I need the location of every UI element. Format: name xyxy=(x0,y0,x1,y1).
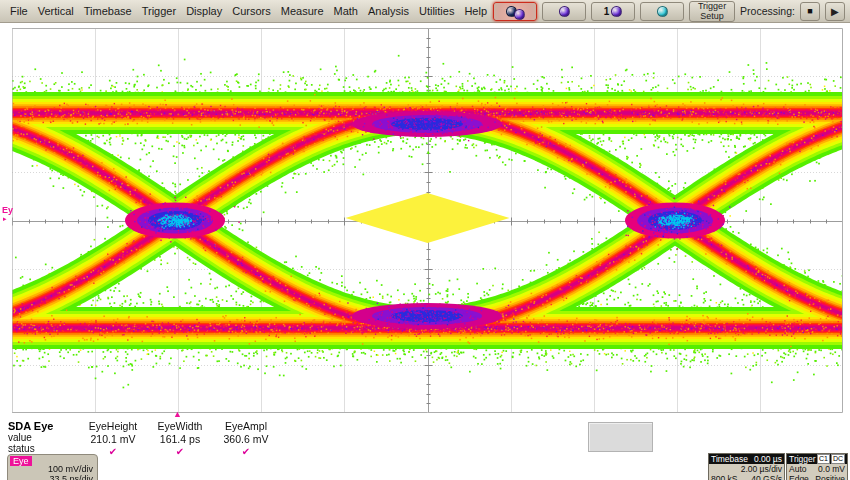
measure-name: EyeWidth xyxy=(145,420,215,432)
eye-channel-chip: Eye xyxy=(10,456,32,466)
menu-item-utilities[interactable]: Utilities xyxy=(415,5,458,17)
menu-item-timebase[interactable]: Timebase xyxy=(80,5,136,17)
trigger-mode: Auto xyxy=(789,464,807,474)
eye-trace-offset-marker-icon[interactable]: ▸ xyxy=(3,215,7,222)
menu-item-cursors[interactable]: Cursors xyxy=(228,5,275,17)
trigger-setup-label-line2: Setup xyxy=(700,11,724,21)
measure-column-eyeampl: EyeAmpl 360.6 mV ✔ xyxy=(211,420,281,457)
trigger-slope: Positive xyxy=(815,474,845,480)
eye-horizontal-scale: 33.5 ps/div xyxy=(49,474,93,480)
menu-item-analysis[interactable]: Analysis xyxy=(364,5,413,17)
trigger-badges: C1 DC xyxy=(817,454,845,464)
measure-column-eyewidth: EyeWidth 161.4 ps ✔ xyxy=(145,420,215,457)
timebase-title: Timebase xyxy=(711,454,748,464)
timebase-record-length: 800 kS xyxy=(711,474,737,480)
stop-button[interactable]: ■ xyxy=(800,2,820,21)
play-button[interactable]: ▶ xyxy=(825,2,845,21)
probe-button-3[interactable]: 1 xyxy=(591,2,635,21)
measure-status-check-icon: ✔ xyxy=(211,446,281,457)
play-icon: ▶ xyxy=(831,6,839,17)
probe-circle-icon xyxy=(514,9,525,20)
measure-row-label-value: value xyxy=(8,432,32,443)
oscilloscope-screen: File Vertical Timebase Trigger Display C… xyxy=(0,0,850,480)
trigger-position-marker-icon[interactable]: ▲ xyxy=(173,410,182,419)
trigger-setup-button[interactable]: Trigger Setup xyxy=(689,1,735,22)
eye-diagram-canvas[interactable] xyxy=(12,28,843,413)
trigger-type: Edge xyxy=(789,474,809,480)
probe-number-label: 1 xyxy=(604,6,610,17)
eye-trace-label[interactable]: Ey xyxy=(2,206,13,215)
measure-row-label-status: status xyxy=(8,443,35,454)
measure-name: EyeHeight xyxy=(78,420,148,432)
menu-item-measure[interactable]: Measure xyxy=(277,5,328,17)
measure-value: 161.4 ps xyxy=(145,433,215,445)
stop-icon: ■ xyxy=(807,6,812,16)
blank-panel xyxy=(588,422,653,452)
measure-table-title: SDA Eye xyxy=(8,420,53,432)
probe-button-1[interactable] xyxy=(493,2,537,21)
probe-button-2[interactable] xyxy=(542,2,586,21)
eye-channel-descriptor-box[interactable]: Eye 100 mV/div 33.5 ps/div xyxy=(7,454,98,480)
trigger-level: 0.0 mV xyxy=(818,464,845,474)
measure-value: 210.1 mV xyxy=(78,433,148,445)
menu-bar: File Vertical Timebase Trigger Display C… xyxy=(0,0,850,23)
probe-button-4[interactable] xyxy=(640,2,684,21)
eye-vertical-scale: 100 mV/div xyxy=(48,464,93,474)
menu-item-file[interactable]: File xyxy=(6,5,32,17)
probe-circle-icon xyxy=(657,6,668,17)
trigger-source-badge: C1 xyxy=(817,454,830,464)
measure-value: 360.6 mV xyxy=(211,433,281,445)
timebase-offset: 0.00 µs xyxy=(754,454,782,464)
menu-item-help[interactable]: Help xyxy=(460,5,491,17)
menu-item-vertical[interactable]: Vertical xyxy=(34,5,78,17)
trigger-coupling-badge: DC xyxy=(831,454,845,464)
probe-circle-icon xyxy=(611,6,622,17)
timebase-sample-rate: 40 GS/s xyxy=(751,474,782,480)
trigger-title: Trigger xyxy=(789,454,816,464)
menu-item-trigger[interactable]: Trigger xyxy=(138,5,180,17)
timebase-descriptor-box[interactable]: Timebase 0.00 µs 2.00 µs/div 800 kS 40 G… xyxy=(708,453,785,480)
probe-circle-icon xyxy=(559,6,570,17)
timebase-scale: 2.00 µs/div xyxy=(741,464,782,474)
measure-status-check-icon: ✔ xyxy=(145,446,215,457)
menu-item-display[interactable]: Display xyxy=(182,5,226,17)
measure-name: EyeAmpl xyxy=(211,420,281,432)
processing-label: Processing: xyxy=(740,5,795,17)
trigger-descriptor-box[interactable]: Trigger C1 DC Auto 0.0 mV Edge Positive xyxy=(786,453,848,480)
measure-column-eyeheight: EyeHeight 210.1 mV ✔ xyxy=(78,420,148,457)
toolbar-right-cluster: 1 Trigger Setup Processing: ■ ▶ Default:… xyxy=(493,1,850,22)
menu-item-math[interactable]: Math xyxy=(330,5,362,17)
trigger-setup-label-line1: Trigger xyxy=(698,1,726,11)
